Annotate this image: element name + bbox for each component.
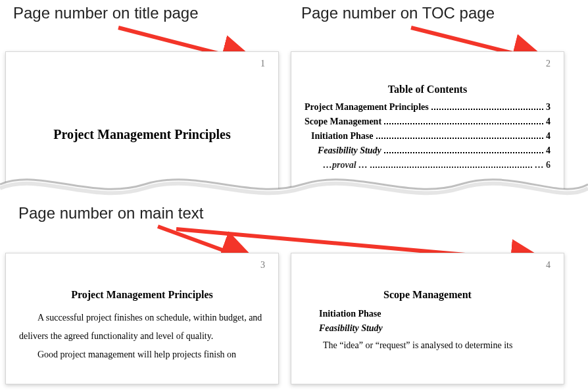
chapter-paragraph: The “idea” or “request” is analysed to d… (305, 336, 551, 355)
page-number: 2 (546, 59, 551, 69)
page-toc: 2 Table of Contents Project Management P… (291, 51, 564, 196)
toc-entry-label: Project Management Principles (305, 102, 429, 113)
toc-entry-label: Scope Management (305, 117, 381, 127)
toc-entry-label: …proval … (323, 160, 368, 170)
toc-entry-page: 4 (546, 145, 551, 156)
chapter-heading: Project Management Principles (19, 289, 265, 301)
toc-entry-page: 4 (546, 117, 551, 127)
annotation-main-text: Page number on main text (18, 204, 204, 222)
toc-entry-page: 4 (546, 131, 551, 142)
toc-entry: Initiation Phase4 (305, 131, 551, 142)
toc-heading: Table of Contents (305, 84, 551, 95)
subheading-level-1: Initiation Phase (305, 309, 551, 319)
toc-entry-label: Initiation Phase (311, 131, 374, 142)
toc-leader-dots (384, 123, 543, 124)
toc-entry-page: … 6 (535, 160, 551, 170)
page-scope: 4 Scope Management Initiation Phase Feas… (291, 253, 564, 384)
toc-entry-page: 3 (546, 102, 551, 113)
toc-leader-dots (431, 109, 543, 110)
chapter-paragraph: Good project management will help projec… (19, 346, 265, 364)
page-chapter: 3 Project Management Principles A succes… (5, 253, 279, 384)
page-number: 4 (546, 260, 551, 271)
chapter-paragraph: A successful project finishes on schedul… (19, 309, 265, 346)
subheading-level-2: Feasibility Study (305, 323, 551, 334)
toc-entry: Scope Management4 (305, 117, 551, 127)
page-number: 3 (260, 260, 265, 271)
toc-leader-dots (370, 167, 531, 168)
annotation-toc-page: Page number on TOC page (301, 4, 495, 22)
page-title: 1 Project Management Principles (5, 51, 279, 196)
toc-entry: …proval …… 6 (305, 160, 551, 170)
toc-entry: Project Management Principles3 (305, 102, 551, 113)
toc-list: Project Management Principles3Scope Mana… (305, 102, 551, 170)
document-title: Project Management Principles (19, 127, 265, 142)
chapter-heading: Scope Management (305, 289, 551, 301)
toc-entry-label: Feasibility Study (318, 145, 381, 156)
toc-leader-dots (384, 152, 543, 153)
page-number: 1 (260, 59, 265, 69)
annotation-title-page: Page number on title page (13, 4, 199, 22)
toc-entry: Feasibility Study4 (305, 145, 551, 156)
toc-leader-dots (376, 138, 543, 139)
